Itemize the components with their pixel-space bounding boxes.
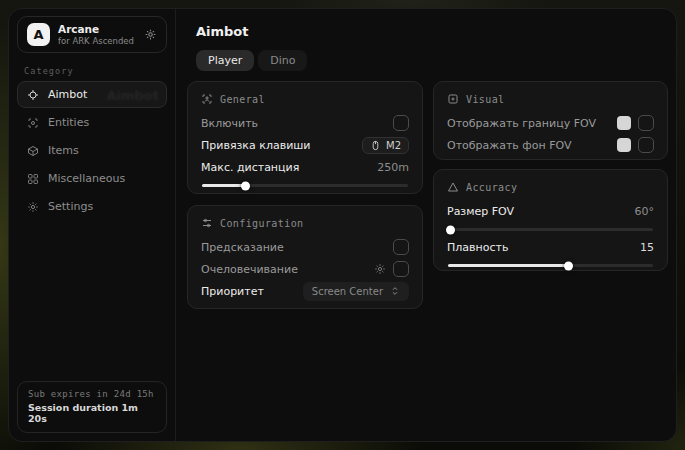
page-title: Aimbot [196, 24, 249, 39]
sliders-icon [201, 217, 213, 229]
max-distance-slider[interactable] [202, 184, 408, 187]
humanize-checkbox[interactable] [393, 261, 409, 277]
app-subtitle: for ARK Ascended [58, 36, 134, 47]
sidebar: A Arcane for ARK Ascended Category [9, 9, 176, 441]
sidebar-item-label: Miscellaneous [48, 172, 125, 185]
gear-icon [27, 201, 39, 213]
header-gear-icon[interactable] [144, 28, 157, 41]
sidebar-ghost-watermark: Aimbot [106, 87, 159, 102]
keybind-value: M2 [386, 140, 401, 151]
fov-border-label: Отображать границу FOV [447, 117, 596, 130]
tab-player[interactable]: Player [196, 50, 254, 71]
sidebar-header: A Arcane for ARK Ascended [17, 16, 167, 53]
priority-label: Приоритет [201, 285, 264, 298]
slider-thumb[interactable] [564, 261, 573, 270]
main-panel: Aimbot Player Dino General Включить [176, 9, 676, 441]
keybind-button[interactable]: M2 [362, 137, 409, 154]
sidebar-item-label: Aimbot [48, 88, 87, 101]
prediction-checkbox[interactable] [393, 239, 409, 255]
sidebar-item-label: Settings [48, 200, 93, 213]
crosshair-icon [27, 89, 39, 101]
fov-size-slider[interactable] [448, 228, 653, 231]
slider-thumb[interactable] [241, 181, 250, 190]
sidebar-item-label: Items [48, 144, 79, 157]
smoothness-value: 15 [640, 241, 654, 254]
fov-bg-checkbox[interactable] [638, 137, 654, 153]
slider-fill [448, 264, 569, 267]
fov-border-color-swatch[interactable] [617, 116, 631, 130]
priority-select-value: Screen Center [312, 286, 383, 297]
card-accuracy-title: Accuracy [466, 182, 517, 193]
box-icon [27, 145, 39, 157]
scan-icon [27, 117, 39, 129]
slider-thumb[interactable] [446, 225, 455, 234]
user-focus-icon [201, 93, 213, 105]
slider-fill [202, 184, 245, 187]
sidebar-item-entities[interactable]: Entities [17, 109, 167, 136]
frame-plus-icon [447, 93, 459, 105]
mouse-icon [370, 140, 381, 151]
sub-expires-text: Sub expires in 24d 15h [28, 389, 156, 399]
session-duration-text: Session duration 1m 20s [28, 402, 156, 424]
card-visual-title: Visual [466, 94, 505, 105]
tab-bar: Player Dino [196, 50, 307, 71]
session-info-box: Sub expires in 24d 15h Session duration … [17, 381, 167, 433]
fov-bg-color-swatch[interactable] [617, 138, 631, 152]
app-title: Arcane [58, 23, 134, 36]
sidebar-item-items[interactable]: Items [17, 137, 167, 164]
sidebar-item-aimbot[interactable]: Aimbot Aimbot [17, 81, 167, 108]
sidebar-item-label: Entities [48, 116, 89, 129]
sidebar-nav: Aimbot Aimbot Entities Items [9, 81, 175, 220]
chevrons-up-down-icon [390, 286, 400, 296]
card-visual: Visual Отображать границу FOV Отображать… [433, 81, 668, 160]
smoothness-label: Плавность [447, 241, 508, 254]
app-window: A Arcane for ARK Ascended Category [8, 8, 677, 442]
fov-border-checkbox[interactable] [638, 115, 654, 131]
smoothness-slider[interactable] [448, 264, 653, 267]
fov-size-value: 60° [635, 205, 655, 218]
humanize-label: Очеловечивание [201, 263, 298, 276]
fov-bg-label: Отображать фон FOV [447, 139, 571, 152]
priority-select[interactable]: Screen Center [303, 282, 409, 301]
enable-label: Включить [201, 117, 258, 130]
humanize-gear-icon[interactable] [374, 263, 386, 275]
fov-size-label: Размер FOV [447, 205, 514, 218]
card-configuration: Configuration Предсказание Очеловечивани… [187, 205, 423, 309]
slider-fill [448, 228, 450, 231]
grid-icon [27, 173, 39, 185]
sidebar-item-settings[interactable]: Settings [17, 193, 167, 220]
app-logo: A [27, 23, 50, 46]
sidebar-item-miscellaneous[interactable]: Miscellaneous [17, 165, 167, 192]
category-label: Category [24, 66, 175, 76]
max-distance-value: 250m [377, 161, 409, 174]
card-general-title: General [220, 94, 265, 105]
keybind-label: Привязка клавиши [201, 139, 311, 152]
triangle-icon [447, 181, 459, 193]
card-general: General Включить Привязка клавиши M2 [187, 81, 423, 194]
tab-dino[interactable]: Dino [258, 50, 307, 71]
enable-checkbox[interactable] [393, 115, 409, 131]
prediction-label: Предсказание [201, 241, 284, 254]
card-accuracy: Accuracy Размер FOV 60° Плавность 15 [433, 169, 668, 271]
max-distance-label: Макс. дистанция [201, 161, 299, 174]
card-configuration-title: Configuration [220, 218, 303, 229]
